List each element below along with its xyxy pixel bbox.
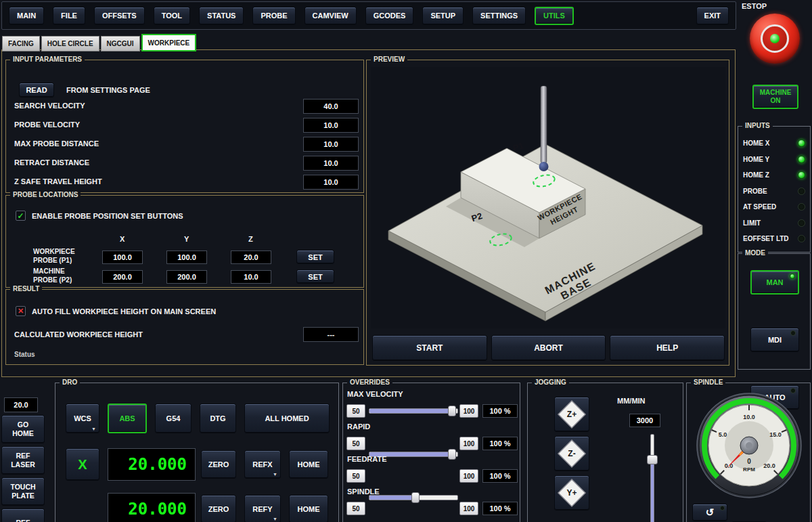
ref-laser-line2: LASER bbox=[11, 460, 35, 469]
nav-main[interactable]: MAIN bbox=[9, 7, 44, 25]
top-nav-bar: MAIN FILE OFFSETS TOOL STATUS PROBE CAMV… bbox=[1, 1, 736, 30]
exit-button[interactable]: EXIT bbox=[696, 7, 729, 25]
wcs-button[interactable]: WCS ▼ bbox=[66, 404, 99, 433]
read-button[interactable]: READ bbox=[19, 83, 54, 97]
mode-mdi-button[interactable]: MDI bbox=[750, 328, 799, 352]
home-x-led bbox=[798, 139, 805, 147]
x-home-button[interactable]: HOME bbox=[289, 450, 328, 479]
retract-distance-label: RETRACT DISTANCE bbox=[14, 158, 89, 167]
g54-button[interactable]: G54 bbox=[155, 404, 191, 433]
z-safe-travel-input[interactable]: 10.0 bbox=[303, 175, 359, 190]
p2-set-button[interactable]: SET bbox=[296, 269, 334, 284]
rapid-max-button[interactable]: 100 bbox=[459, 437, 478, 450]
y-home-button[interactable]: HOME bbox=[289, 495, 328, 522]
jog-y-plus-button[interactable]: Y+ bbox=[554, 475, 589, 510]
p1-z-input[interactable]: 20.0 bbox=[231, 251, 271, 264]
enable-probe-checkbox[interactable]: ✓ bbox=[16, 211, 26, 221]
axis-x-button[interactable]: X bbox=[66, 448, 99, 481]
nav-status[interactable]: STATUS bbox=[199, 7, 244, 25]
input-row-eoffset-ltd: EOFFSET LTD bbox=[738, 231, 810, 247]
feedrate-max-button[interactable]: 100 bbox=[459, 469, 478, 483]
p2-x-input[interactable]: 200.0 bbox=[102, 270, 143, 284]
autofill-label: AUTO FILL WORKPIECE HEIGHT ON MAIN SCREE… bbox=[32, 307, 216, 316]
cross-icon: ✕ bbox=[18, 307, 24, 315]
rapid-min-button[interactable]: 50 bbox=[346, 437, 365, 450]
jog-slider-handle[interactable] bbox=[647, 455, 658, 464]
probe-velocity-input[interactable]: 10.0 bbox=[303, 118, 359, 133]
p1-set-button[interactable]: SET bbox=[296, 250, 334, 264]
check-icon: ✓ bbox=[17, 212, 24, 220]
ref-laser-button[interactable]: REF LASER bbox=[1, 446, 45, 475]
spindle-max-button[interactable]: 100 bbox=[459, 502, 478, 515]
nav-offsets[interactable]: OFFSETS bbox=[94, 7, 145, 25]
jog-speed-slider[interactable] bbox=[647, 434, 658, 522]
autofill-checkbox[interactable]: ✕ bbox=[16, 306, 26, 316]
touch-plate-button[interactable]: TOUCH PLATE bbox=[1, 477, 45, 506]
tab-hole-circle[interactable]: HOLE CIRCLE bbox=[41, 36, 99, 51]
input-row-probe: PROBE bbox=[738, 183, 810, 200]
nav-camview[interactable]: CAMVIEW bbox=[304, 7, 357, 25]
nav-setup[interactable]: SETUP bbox=[422, 7, 464, 25]
max-velocity-slider[interactable] bbox=[369, 406, 458, 416]
search-velocity-label: SEARCH VELOCITY bbox=[14, 102, 85, 110]
jog-z-plus-button[interactable]: Z+ bbox=[554, 397, 589, 432]
probe-led bbox=[798, 188, 805, 195]
p1-y-input[interactable]: 100.0 bbox=[166, 251, 207, 264]
machine-on-button[interactable]: MACHINE ON bbox=[752, 85, 798, 109]
max-probe-distance-input[interactable]: 10.0 bbox=[303, 137, 359, 152]
tab-ngcgui[interactable]: NGCGUI bbox=[101, 36, 140, 51]
nav-settings[interactable]: SETTINGS bbox=[472, 7, 526, 25]
x-zero-button[interactable]: ZERO bbox=[201, 450, 236, 479]
probe-tip-ball bbox=[539, 162, 549, 171]
probe-rod bbox=[541, 86, 547, 163]
search-velocity-input[interactable]: 40.0 bbox=[303, 99, 359, 114]
x-ref-button[interactable]: REFX ▼ bbox=[244, 450, 281, 479]
spindle-override-label: SPINDLE bbox=[347, 487, 380, 496]
p2-z-input[interactable]: 10.0 bbox=[231, 270, 271, 284]
dro-title: DRO bbox=[60, 378, 80, 386]
p2-y-input[interactable]: 200.0 bbox=[166, 270, 207, 284]
go-home-button[interactable]: GO HOME bbox=[1, 415, 45, 443]
nav-tool[interactable]: TOOL bbox=[154, 7, 190, 25]
nav-utils[interactable]: UTILS bbox=[535, 7, 574, 25]
max-velocity-min-button[interactable]: 50 bbox=[346, 404, 365, 418]
start-button[interactable]: START bbox=[372, 335, 487, 361]
feedrate-min-button[interactable]: 50 bbox=[346, 469, 365, 483]
spindle-ccw-button[interactable]: ↺ bbox=[692, 504, 727, 521]
max-velocity-max-button[interactable]: 100 bbox=[459, 404, 478, 418]
tab-facing[interactable]: FACING bbox=[2, 36, 40, 51]
abort-button[interactable]: ABORT bbox=[491, 335, 606, 361]
rapid-slider-handle[interactable] bbox=[448, 449, 456, 460]
gauge-tick-10: 10.0 bbox=[743, 414, 755, 420]
ref-line1: REF bbox=[16, 519, 30, 522]
p1-x-input[interactable]: 100.0 bbox=[102, 251, 143, 264]
dro-panel: DRO WCS ▼ ABS G54 DTG ALL HOMED X 20.000… bbox=[55, 383, 339, 522]
help-button[interactable]: HELP bbox=[610, 335, 725, 361]
spindle-min-button[interactable]: 50 bbox=[346, 502, 365, 515]
spindle-panel: SPINDLE 0.0 5.0 bbox=[686, 383, 811, 522]
dtg-button[interactable]: DTG bbox=[200, 404, 236, 433]
feedrate-slider[interactable] bbox=[369, 492, 458, 503]
estop-button[interactable] bbox=[750, 14, 800, 64]
nav-file[interactable]: FILE bbox=[53, 7, 85, 25]
result-panel: RESULT ✕ AUTO FILL WORKPIECE HEIGHT ON M… bbox=[5, 289, 364, 365]
max-velocity-slider-handle[interactable] bbox=[448, 406, 456, 416]
y-zero-button[interactable]: ZERO bbox=[201, 495, 236, 522]
ref-button[interactable]: REF bbox=[1, 508, 45, 522]
jog-rate-input[interactable]: 3000 bbox=[629, 414, 660, 427]
workpiece-probe-label: WORKPIECE PROBE (P1) bbox=[33, 248, 75, 265]
retract-distance-input[interactable]: 10.0 bbox=[303, 156, 359, 171]
mode-man-button[interactable]: MAN bbox=[750, 270, 799, 295]
all-homed-button[interactable]: ALL HOMED bbox=[244, 404, 330, 433]
y-ref-button[interactable]: REFY ▼ bbox=[244, 495, 281, 522]
preview-panel: PREVIEW bbox=[366, 60, 729, 366]
input-row-home-y: HOME Y bbox=[738, 152, 810, 168]
abs-button[interactable]: ABS bbox=[108, 404, 147, 433]
nav-probe[interactable]: PROBE bbox=[252, 7, 295, 25]
touch-plate-height-input[interactable]: 20.0 bbox=[4, 397, 38, 412]
tab-workpiece[interactable]: WORKPIECE bbox=[141, 34, 197, 51]
nav-gcodes[interactable]: GCODES bbox=[365, 7, 414, 25]
spindle-ccw-led bbox=[720, 506, 725, 510]
feedrate-slider-handle[interactable] bbox=[411, 492, 420, 503]
jog-z-minus-button[interactable]: Z- bbox=[554, 436, 589, 471]
